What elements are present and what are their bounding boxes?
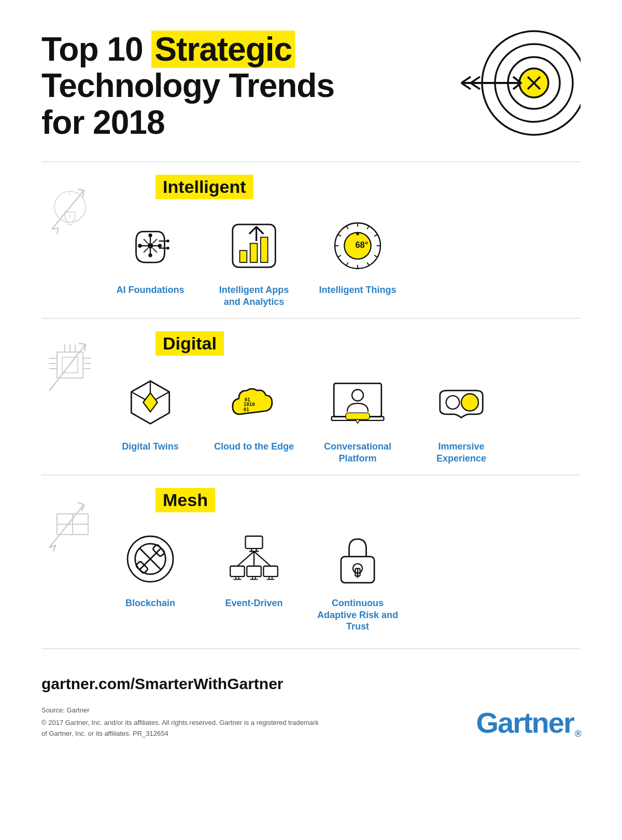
label-digital: Digital (156, 331, 224, 356)
footer-copyright: © 2017 Gartner, Inc. and/or its affiliat… (41, 718, 319, 739)
icon-intelligent-apps (223, 215, 285, 277)
svg-point-50 (356, 233, 359, 236)
svg-point-23 (148, 254, 152, 257)
label-cloud-edge: Cloud to the Edge (214, 441, 294, 453)
label-immersive: Immersive Experience (420, 441, 503, 464)
footer-legal: Source: Gartner © 2017 Gartner, Inc. and… (41, 705, 319, 739)
gartner-logo: Gartner® (476, 706, 581, 739)
icon-event-driven (223, 528, 285, 590)
section-digital: Digital (41, 331, 581, 464)
icon-ai-foundations (119, 215, 181, 277)
svg-rect-31 (240, 250, 247, 262)
item-ai-foundations: AI Foundations (98, 215, 202, 307)
svg-point-13 (148, 243, 153, 249)
svg-line-84 (49, 505, 84, 548)
svg-line-18 (144, 239, 148, 243)
icon-continuous-adaptive (327, 528, 389, 590)
svg-text:01: 01 (244, 407, 250, 412)
divider-mesh (41, 474, 581, 475)
item-intelligent-apps: Intelligent Apps and Analytics (202, 215, 306, 307)
item-continuous-adaptive: Continuous Adaptive Risk and Trust (306, 528, 409, 633)
icon-cloud-edge: 01 1010 01 (223, 371, 285, 433)
footer-website: gartner.com/SmarterWithGartner (41, 675, 581, 693)
item-immersive: Immersive Experience (409, 371, 513, 464)
item-intelligent-things: 68° Intelligent Things (306, 215, 409, 307)
svg-line-46 (338, 234, 341, 236)
svg-point-24 (138, 244, 142, 248)
label-blockchain: Blockchain (125, 597, 175, 609)
footer-bottom: Source: Gartner © 2017 Gartner, Inc. and… (41, 705, 581, 739)
divider-digital (41, 318, 581, 319)
items-mesh: Mesh (98, 488, 581, 633)
svg-line-19 (153, 248, 157, 253)
label-intelligent-apps: Intelligent Apps and Analytics (213, 284, 295, 307)
svg-point-77 (461, 394, 478, 411)
svg-line-43 (346, 262, 348, 265)
header: Top 10 Strategic Technology Trends for 2… (41, 31, 581, 141)
svg-rect-32 (250, 244, 258, 263)
page: Top 10 Strategic Technology Trends for 2… (0, 0, 622, 840)
item-conversational: Conversational Platform (306, 371, 409, 464)
svg-line-95 (237, 552, 254, 566)
item-event-driven: Event-Driven (202, 528, 306, 633)
svg-line-38 (374, 234, 377, 236)
label-continuous-adaptive: Continuous Adaptive Risk and Trust (316, 597, 399, 633)
svg-line-62 (49, 344, 86, 391)
svg-rect-71 (334, 384, 381, 417)
section-intelligent: Intelligent (41, 175, 581, 307)
divider-footer (41, 648, 581, 649)
svg-point-76 (446, 396, 460, 409)
label-conversational: Conversational Platform (316, 441, 399, 464)
svg-point-22 (148, 233, 152, 237)
svg-line-44 (338, 256, 341, 258)
grid-mesh: Blockchain (98, 528, 581, 633)
svg-point-25 (158, 244, 162, 248)
title-block: Top 10 Strategic Technology Trends for 2… (41, 31, 334, 141)
section-mesh: Mesh (41, 488, 581, 633)
divider-intelligent (41, 161, 581, 162)
title-highlight: Strategic (151, 31, 295, 68)
svg-text:68°: 68° (355, 240, 368, 249)
label-ai-foundations: AI Foundations (117, 284, 185, 296)
label-intelligent: Intelligent (156, 175, 253, 199)
label-mesh: Mesh (156, 488, 215, 512)
svg-marker-75 (355, 419, 360, 423)
icon-blockchain (119, 528, 181, 590)
svg-rect-33 (261, 237, 268, 263)
label-intelligent-things: Intelligent Things (319, 284, 397, 296)
items-intelligent: Intelligent (98, 175, 581, 307)
icon-intelligent-things: 68° (327, 215, 389, 277)
side-icon-mesh (41, 488, 98, 555)
title-line2: Technology Trends (41, 67, 334, 104)
target-icon (446, 26, 581, 140)
side-icon-digital (41, 331, 98, 399)
grid-intelligent: AI Foundations (98, 215, 581, 307)
label-digital-twins: Digital Twins (122, 441, 179, 453)
side-icon-intelligent (41, 175, 98, 242)
grid-digital: Digital Twins 01 1010 01 Clo (98, 371, 581, 464)
svg-rect-91 (246, 536, 263, 549)
svg-rect-102 (247, 566, 261, 577)
svg-line-20 (153, 239, 157, 243)
svg-point-27 (166, 240, 169, 243)
icon-immersive (430, 371, 492, 433)
svg-rect-74 (346, 413, 370, 419)
main-title: Top 10 Strategic (41, 31, 334, 67)
svg-line-41 (367, 262, 369, 265)
item-digital-twins: Digital Twins (98, 371, 202, 464)
svg-marker-67 (143, 393, 158, 412)
footer-source: Source: Gartner (41, 705, 319, 716)
svg-line-47 (346, 226, 348, 229)
svg-line-21 (144, 248, 148, 253)
icon-conversational (327, 371, 389, 433)
label-event-driven: Event-Driven (225, 597, 282, 609)
svg-point-29 (166, 247, 169, 250)
item-blockchain: Blockchain (98, 528, 202, 633)
title-part1: Top 10 (41, 31, 151, 68)
title-line3: for 2018 (41, 104, 334, 141)
item-cloud-edge: 01 1010 01 Cloud to the Edge (202, 371, 306, 464)
svg-line-37 (367, 226, 369, 229)
icon-digital-twins (119, 371, 181, 433)
svg-line-97 (254, 552, 271, 566)
svg-rect-98 (230, 566, 245, 577)
